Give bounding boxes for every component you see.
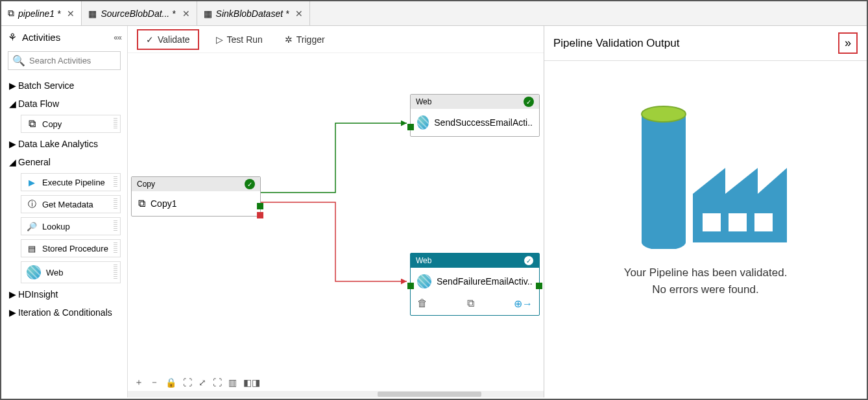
check-icon: ✓ (146, 34, 154, 45)
actual-size-icon[interactable]: ⤢ (199, 377, 206, 388)
node-type: Web (416, 97, 431, 106)
activity-lookup[interactable]: 🔎Lookup (21, 217, 121, 235)
stored-procedure-icon: ▤ (27, 243, 37, 253)
category-general[interactable]: ◢General (1, 153, 127, 171)
dataset-icon: ▦ (204, 8, 212, 19)
category-batch-service[interactable]: ▶Batch Service (1, 76, 127, 95)
trigger-button[interactable]: ✲Trigger (280, 32, 330, 47)
lock-icon[interactable]: 🔒 (165, 377, 176, 388)
tab-bar: ⧉ pipeline1 * ✕ ▦ SourceBlobDat... * ✕ ▦… (1, 1, 867, 26)
drag-grip-icon (114, 118, 117, 130)
copy-icon: ⧉ (138, 198, 145, 209)
pipeline-canvas-area: ✓Validate ▷Test Run ✲Trigger Copy✓ ⧉Copy… (128, 26, 544, 397)
node-send-failure-email[interactable]: Web✓ SendFailureEmailActiv.. 🗑 ⧉ ⊕→ (410, 253, 540, 316)
activity-stored-procedure[interactable]: ▤Stored Procedure (21, 239, 121, 257)
fullscreen-icon[interactable]: ⛶ (213, 377, 222, 388)
factory-icon (621, 93, 790, 249)
test-run-button[interactable]: ▷Test Run (211, 32, 268, 47)
lookup-icon: 🔎 (27, 221, 37, 231)
tab-label: SourceBlobDat... * (101, 8, 175, 19)
status-ok-icon: ✓ (524, 255, 534, 266)
validation-title: Pipeline Validation Output (553, 37, 679, 50)
drag-grip-icon (114, 220, 117, 232)
fit-icon[interactable]: ⛶ (183, 377, 192, 388)
activity-execute-pipeline[interactable]: ▶Execute Pipeline (21, 173, 121, 191)
web-icon (417, 115, 429, 130)
close-icon[interactable]: ✕ (182, 8, 190, 19)
play-icon: ▷ (216, 34, 223, 45)
dataset-icon: ▦ (88, 8, 97, 19)
scrollbar-thumb[interactable] (378, 392, 481, 397)
drag-grip-icon (114, 242, 117, 254)
tab-sink-dataset[interactable]: ▦ SinkBlobDataset * ✕ (197, 1, 311, 25)
svg-rect-3 (729, 213, 747, 231)
validate-button[interactable]: ✓Validate (137, 29, 199, 50)
zoom-in-icon[interactable]: ＋ (134, 377, 143, 388)
activity-web[interactable]: Web (21, 261, 121, 283)
info-icon: ⓘ (27, 199, 37, 209)
activities-sidebar: ⚘ Activities « « 🔍 ▶Batch Service ◢Data … (1, 26, 128, 397)
drag-grip-icon (114, 198, 117, 210)
search-icon: 🔍 (12, 54, 25, 67)
canvas-zoom-toolbar: ＋ － 🔒 ⛶ ⤢ ⛶ ▥ ◧◨ (134, 377, 260, 388)
close-validation-button[interactable]: » (838, 32, 858, 54)
node-type: Copy (137, 180, 155, 189)
validation-panel: Pipeline Validation Output » Your Pipeli… (544, 26, 867, 397)
tab-label: pipeline1 * (18, 8, 60, 19)
close-icon[interactable]: ✕ (67, 8, 75, 19)
input-port[interactable] (407, 283, 414, 289)
failure-port[interactable] (257, 212, 263, 218)
activities-icon: ⚘ (8, 31, 17, 43)
tab-source-dataset[interactable]: ▦ SourceBlobDat... * ✕ (82, 1, 197, 25)
sidebar-title: Activities (22, 32, 108, 43)
category-hdinsight[interactable]: ▶HDInsight (1, 285, 127, 303)
tab-label: SinkBlobDataset * (216, 8, 289, 19)
status-ok-icon: ✓ (245, 179, 255, 189)
node-name: SendSuccessEmailActi.. (434, 117, 533, 128)
layout-icon[interactable]: ◧◨ (243, 377, 260, 388)
status-ok-icon: ✓ (524, 97, 534, 107)
activity-copy[interactable]: ⧉ Copy (21, 115, 121, 133)
category-iteration-conditionals[interactable]: ▶Iteration & Conditionals (1, 303, 127, 322)
node-name: SendFailureEmailActiv.. (437, 276, 533, 287)
category-data-lake-analytics[interactable]: ▶Data Lake Analytics (1, 135, 127, 153)
drag-grip-icon (114, 176, 117, 188)
align-icon[interactable]: ▥ (228, 377, 237, 388)
collapse-icon[interactable]: « « (114, 33, 121, 42)
node-copy[interactable]: Copy✓ ⧉Copy1 (131, 176, 261, 217)
search-activities[interactable]: 🔍 (8, 51, 121, 70)
zoom-out-icon[interactable]: － (150, 377, 159, 388)
category-data-flow[interactable]: ◢Data Flow (1, 95, 127, 113)
tab-pipeline1[interactable]: ⧉ pipeline1 * ✕ (1, 1, 82, 25)
web-icon (417, 274, 431, 288)
node-name: Copy1 (151, 198, 176, 209)
drag-grip-icon (114, 265, 117, 280)
node-send-success-email[interactable]: Web✓ SendSuccessEmailActi.. (410, 94, 540, 137)
search-input[interactable] (29, 56, 116, 65)
trigger-icon: ✲ (285, 34, 293, 45)
node-type: Web (416, 256, 431, 265)
delete-icon[interactable]: 🗑 (417, 298, 428, 310)
copy-icon: ⧉ (27, 119, 37, 129)
canvas-toolbar: ✓Validate ▷Test Run ✲Trigger (128, 26, 544, 53)
success-port[interactable] (257, 203, 263, 209)
web-icon (27, 265, 41, 279)
pipeline-icon: ⧉ (8, 8, 14, 19)
svg-rect-4 (754, 213, 773, 231)
pipeline-canvas[interactable]: Copy✓ ⧉Copy1 Web✓ SendSuccessEmailActi..… (128, 53, 544, 397)
input-port[interactable] (407, 124, 414, 130)
svg-rect-2 (703, 213, 721, 231)
horizontal-scrollbar[interactable] (128, 391, 544, 397)
clone-icon[interactable]: ⧉ (467, 298, 474, 310)
activity-get-metadata[interactable]: ⓘGet Metadata (21, 195, 121, 213)
expand-icon[interactable]: ⊕→ (514, 298, 533, 310)
validation-message: Your Pipeline has been validated. No err… (624, 265, 788, 298)
close-icon[interactable]: ✕ (295, 8, 303, 19)
execute-pipeline-icon: ▶ (27, 177, 37, 187)
output-port[interactable] (536, 283, 542, 289)
